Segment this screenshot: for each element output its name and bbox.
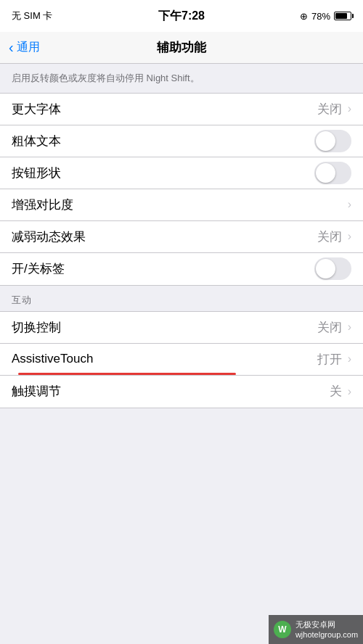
row-assistive-touch[interactable]: AssistiveTouch 打开 › (0, 344, 363, 376)
battery-icon (334, 12, 351, 20)
status-right-area: ⊕ 78% (300, 11, 351, 22)
chevron-right-icon-2: › (348, 198, 351, 211)
section-label-interactive: 互动 (12, 294, 31, 307)
row-label-assistive-touch: AssistiveTouch (12, 352, 93, 366)
chevron-right-icon-5: › (348, 352, 351, 366)
row-label-button-shapes: 按钮形状 (12, 165, 61, 181)
settings-table-2: 切换控制 关闭 › AssistiveTouch 打开 › 触摸调节 关 › (0, 311, 363, 408)
row-right-bold-text (314, 130, 351, 152)
chevron-right-icon-4: › (348, 321, 351, 334)
row-label-increase-contrast: 增强对比度 (12, 197, 73, 213)
row-reduce-motion[interactable]: 减弱动态效果 关闭 › (0, 221, 363, 253)
row-value-touch-accommodations: 关 (330, 383, 342, 400)
row-value-larger-text: 关闭 (317, 101, 342, 117)
row-increase-contrast[interactable]: 增强对比度 › (0, 189, 363, 221)
toggle-thumb-3 (316, 259, 335, 278)
notice-text: 启用反转颜色或灰度将自动停用 Night Shift。 (0, 64, 363, 93)
row-right-increase-contrast: › (348, 198, 351, 211)
watermark-line1: 无极安卓网 (295, 619, 358, 629)
row-value-assistive-touch: 打开 (317, 351, 342, 368)
row-touch-accommodations[interactable]: 触摸调节 关 › (0, 376, 363, 408)
toggle-button-shapes[interactable] (314, 162, 351, 184)
row-right-on-off-labels (314, 257, 351, 280)
row-label-bold-text: 粗体文本 (12, 133, 61, 149)
back-chevron-icon: ‹ (9, 40, 14, 54)
chevron-right-icon-3: › (348, 230, 351, 243)
section-interactive: 互动 (0, 286, 363, 311)
watermark: W 无极安卓网 wjhotelgroup.com (269, 615, 363, 644)
toggle-thumb (316, 131, 335, 151)
row-right-touch-accommodations: 关 › (330, 383, 351, 400)
red-underline-decoration (18, 373, 236, 375)
row-label-on-off-labels: 开/关标签 (12, 260, 65, 277)
row-label-touch-accommodations: 触摸调节 (12, 383, 61, 400)
status-bar: 无 SIM 卡 下午7:28 ⊕ 78% (0, 0, 363, 32)
chevron-right-icon-6: › (348, 385, 351, 398)
watermark-line2: wjhotelgroup.com (295, 629, 358, 640)
row-switch-control[interactable]: 切换控制 关闭 › (0, 312, 363, 344)
row-right-larger-text: 关闭 › (317, 101, 351, 117)
chevron-right-icon: › (348, 102, 351, 115)
page-title: 辅助功能 (157, 39, 206, 56)
row-on-off-labels[interactable]: 开/关标签 (0, 253, 363, 285)
row-label-larger-text: 更大字体 (12, 101, 61, 117)
back-button[interactable]: ‹ 通用 (9, 40, 40, 55)
nav-bar: ‹ 通用 辅助功能 (0, 32, 363, 64)
carrier-label: 无 SIM 卡 (12, 9, 52, 22)
watermark-text: 无极安卓网 wjhotelgroup.com (295, 619, 358, 640)
toggle-thumb-2 (316, 163, 335, 183)
toggle-bold-text[interactable] (314, 130, 351, 152)
watermark-logo: W (274, 621, 291, 638)
row-value-reduce-motion: 关闭 (317, 228, 342, 245)
row-right-assistive-touch: 打开 › (317, 351, 351, 368)
settings-group-1: 更大字体 关闭 › 粗体文本 按钮形状 (0, 93, 363, 286)
row-value-switch-control: 关闭 (317, 319, 342, 336)
back-label: 通用 (17, 40, 40, 55)
row-right-button-shapes (314, 162, 351, 184)
row-right-switch-control: 关闭 › (317, 319, 351, 336)
toggle-on-off-labels[interactable] (314, 257, 351, 280)
row-right-reduce-motion: 关闭 › (317, 228, 351, 245)
row-label-switch-control: 切换控制 (12, 319, 61, 336)
settings-table-1: 更大字体 关闭 › 粗体文本 按钮形状 (0, 93, 363, 286)
settings-group-2: 切换控制 关闭 › AssistiveTouch 打开 › 触摸调节 关 › (0, 311, 363, 408)
row-label-reduce-motion: 减弱动态效果 (12, 228, 86, 245)
row-bold-text[interactable]: 粗体文本 (0, 125, 363, 157)
battery-percent: 78% (311, 11, 330, 22)
lock-icon: ⊕ (300, 11, 308, 22)
row-button-shapes[interactable]: 按钮形状 (0, 157, 363, 189)
row-larger-text[interactable]: 更大字体 关闭 › (0, 94, 363, 125)
time-label: 下午7:28 (158, 9, 205, 24)
